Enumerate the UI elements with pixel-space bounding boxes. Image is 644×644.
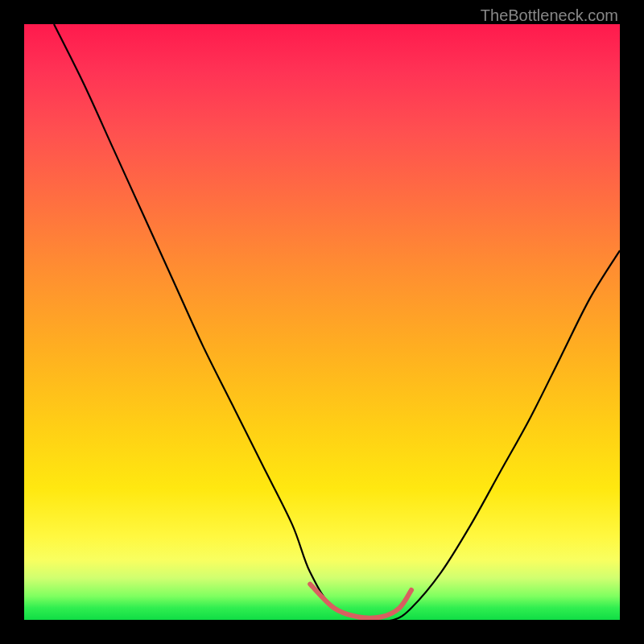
chart-svg bbox=[24, 24, 620, 620]
watermark-text: TheBottleneck.com bbox=[481, 6, 618, 25]
optimal-zone-highlight bbox=[310, 584, 411, 618]
chart-container bbox=[24, 24, 620, 620]
bottleneck-curve bbox=[54, 24, 620, 620]
